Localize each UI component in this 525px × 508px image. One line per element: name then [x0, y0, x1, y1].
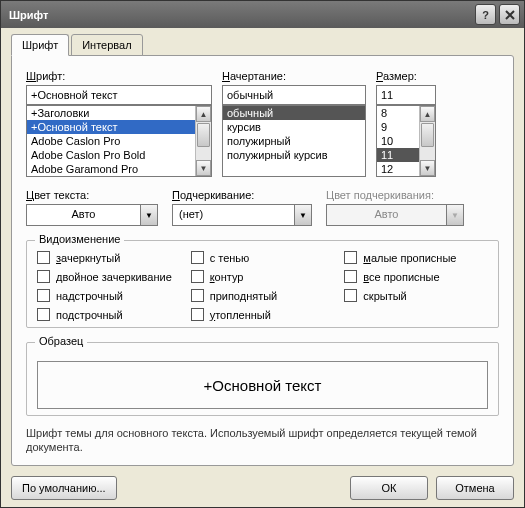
check-emboss[interactable]: приподнятый: [191, 289, 335, 302]
checkbox-icon: [37, 289, 50, 302]
checkbox-icon: [191, 251, 204, 264]
scroll-thumb[interactable]: [197, 123, 210, 147]
font-label: Шрифт:: [26, 70, 212, 82]
dialog-footer: По умолчанию... ОК Отмена: [11, 476, 514, 500]
size-listbox[interactable]: 8 9 10 11 12 ▲ ▼: [376, 105, 436, 177]
font-dialog: Шрифт ? Шрифт Интервал Шрифт: +Заголовки…: [0, 0, 525, 508]
cancel-button[interactable]: Отмена: [436, 476, 514, 500]
close-button[interactable]: [499, 4, 520, 25]
check-strikethrough[interactable]: зачеркнутый: [37, 251, 181, 264]
checkbox-icon: [344, 251, 357, 264]
titlebar: Шрифт ?: [1, 1, 524, 28]
scroll-up-icon[interactable]: ▲: [420, 106, 435, 122]
scroll-down-icon[interactable]: ▼: [196, 160, 211, 176]
scroll-down-icon[interactable]: ▼: [420, 160, 435, 176]
check-outline[interactable]: контур: [191, 270, 335, 283]
list-item[interactable]: 12: [377, 162, 419, 176]
chevron-down-icon[interactable]: ▼: [140, 204, 158, 226]
chevron-down-icon[interactable]: ▼: [294, 204, 312, 226]
color-value: Авто: [26, 204, 140, 226]
scroll-thumb[interactable]: [421, 123, 434, 147]
tab-interval[interactable]: Интервал: [71, 34, 142, 56]
sample-group: Образец +Основной текст: [26, 342, 499, 416]
scroll-up-icon[interactable]: ▲: [196, 106, 211, 122]
effects-group: Видоизменение зачеркнутый двойное зачерк…: [26, 240, 499, 328]
list-item[interactable]: 10: [377, 134, 419, 148]
list-item[interactable]: +Основной текст: [27, 120, 195, 134]
close-icon: [505, 10, 515, 20]
effects-label: Видоизменение: [35, 233, 124, 245]
checkbox-icon: [344, 289, 357, 302]
check-allcaps[interactable]: все прописные: [344, 270, 488, 283]
scrollbar[interactable]: ▲ ▼: [195, 106, 211, 176]
list-item[interactable]: полужирный: [223, 134, 365, 148]
font-listbox[interactable]: +Заголовки +Основной текст Adobe Caslon …: [26, 105, 212, 177]
list-item[interactable]: 8: [377, 106, 419, 120]
checkbox-icon: [191, 270, 204, 283]
tab-font-label: Шрифт: [22, 39, 58, 51]
tab-interval-label: Интервал: [82, 39, 131, 51]
check-smallcaps[interactable]: малые прописные: [344, 251, 488, 264]
check-superscript[interactable]: надстрочный: [37, 289, 181, 302]
checkbox-icon: [191, 308, 204, 321]
sample-preview: +Основной текст: [37, 361, 488, 409]
default-button[interactable]: По умолчанию...: [11, 476, 117, 500]
underline-label: ППодчеркивание:одчеркивание:: [172, 189, 312, 201]
checkbox-icon: [37, 251, 50, 264]
style-label: Начертание:: [222, 70, 366, 82]
check-hidden[interactable]: скрытый: [344, 289, 488, 302]
style-listbox[interactable]: обычный курсив полужирный полужирный кур…: [222, 105, 366, 177]
description-text: Шрифт темы для основного текста. Использ…: [26, 426, 499, 455]
list-item[interactable]: Adobe Caslon Pro Bold: [27, 148, 195, 162]
check-shadow[interactable]: с тенью: [191, 251, 335, 264]
underline-value: (нет): [172, 204, 294, 226]
style-input[interactable]: [222, 85, 366, 105]
list-item[interactable]: 11: [377, 148, 419, 162]
color-label: Цвет текста:: [26, 189, 158, 201]
checkbox-icon: [37, 308, 50, 321]
check-engrave[interactable]: утопленный: [191, 308, 335, 321]
chevron-down-icon: ▼: [446, 204, 464, 226]
scrollbar[interactable]: ▲ ▼: [419, 106, 435, 176]
list-item[interactable]: обычный: [223, 106, 365, 120]
list-item[interactable]: полужирный курсив: [223, 148, 365, 162]
ok-button[interactable]: ОК: [350, 476, 428, 500]
sample-label: Образец: [35, 335, 87, 347]
ulcolor-value: Авто: [326, 204, 446, 226]
tab-panel: Шрифт: +Заголовки +Основной текст Adobe …: [11, 55, 514, 466]
check-double-strike[interactable]: двойное зачеркивание: [37, 270, 181, 283]
checkbox-icon: [37, 270, 50, 283]
list-item[interactable]: курсив: [223, 120, 365, 134]
ulcolor-label: Цвет подчеркивания:: [326, 189, 464, 201]
list-item[interactable]: 9: [377, 120, 419, 134]
size-input[interactable]: [376, 85, 436, 105]
check-subscript[interactable]: подстрочный: [37, 308, 181, 321]
size-label: Размер:: [376, 70, 436, 82]
color-combo[interactable]: Авто ▼: [26, 204, 158, 226]
checkbox-icon: [344, 270, 357, 283]
ulcolor-combo: Авто ▼: [326, 204, 464, 226]
list-item[interactable]: +Заголовки: [27, 106, 195, 120]
list-item[interactable]: Adobe Garamond Pro: [27, 162, 195, 176]
underline-combo[interactable]: (нет) ▼: [172, 204, 312, 226]
help-button[interactable]: ?: [475, 4, 496, 25]
checkbox-icon: [191, 289, 204, 302]
list-item[interactable]: Adobe Caslon Pro: [27, 134, 195, 148]
window-title: Шрифт: [5, 9, 472, 21]
tab-bar: Шрифт Интервал: [11, 34, 514, 56]
font-input[interactable]: [26, 85, 212, 105]
tab-font[interactable]: Шрифт: [11, 34, 69, 56]
